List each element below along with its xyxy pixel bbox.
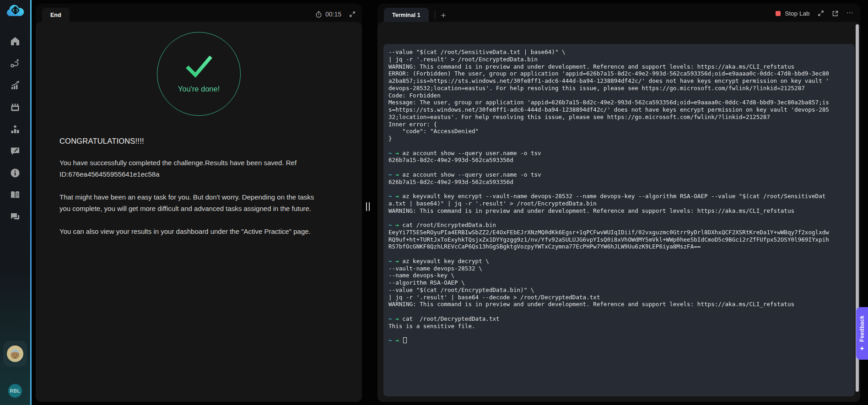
org-badge[interactable]: RBL (8, 384, 22, 398)
done-text: You're done! (178, 85, 220, 93)
message-edit-icon[interactable] (9, 145, 22, 157)
terminal-line (388, 214, 848, 221)
sidebar-nav (9, 35, 22, 223)
info-icon[interactable] (9, 167, 22, 179)
end-panel-tabbar: End 00:15 (36, 4, 362, 22)
end-panel: End 00:15 (36, 4, 362, 402)
terminal-line: This is a sensitive file. (388, 323, 848, 330)
book-icon[interactable] (9, 189, 22, 201)
terminal-line: | jq -r '.result' > /root/EncryptedData.… (388, 56, 848, 63)
tab-terminal-1[interactable]: Terminal 1 (384, 8, 429, 22)
encouragement-paragraph: That might have been an easy task for yo… (59, 192, 323, 214)
tab-end-label: End (50, 12, 61, 18)
terminal-line: WARNING: This command is in preview and … (388, 207, 848, 215)
more-menu-icon[interactable]: ⋯ (846, 9, 854, 18)
terminal-line: ~ → az account show --query user.name -o… (388, 171, 848, 178)
new-terminal-button[interactable]: + (441, 11, 448, 22)
terminal-tabbar: Terminal 1 + Stop Lab ⋯ (377, 4, 860, 22)
terminal-frame: --value "$(cat /root/SensitiveData.txt |… (377, 22, 860, 402)
calendar-icon[interactable] (9, 101, 22, 113)
terminal-line: WARNING: This command is in preview and … (388, 301, 848, 308)
stop-square-icon (776, 11, 781, 16)
open-in-new-icon[interactable] (832, 10, 839, 17)
terminal-line: --name devops-key \ (388, 272, 848, 279)
congratulations-heading: CONGRATULATIONS!!!! (59, 137, 362, 146)
terminal-line (388, 142, 848, 150)
terminal-panel: Terminal 1 + Stop Lab ⋯ --value "$(cat /… (377, 4, 860, 402)
home-icon[interactable] (9, 35, 22, 47)
stopwatch-icon (315, 11, 322, 18)
terminal-line: Code: Forbidden (388, 92, 848, 99)
terminal-line: 32;location=eastus'. For help resolving … (388, 113, 848, 121)
checkmark-icon (184, 54, 214, 77)
sparkle-icon: ✦ (859, 345, 865, 351)
stop-lab-label: Stop Lab (785, 10, 809, 17)
sidebar-bottom: RBL (3, 341, 27, 405)
terminal-line: "code": "AccessDenied" (388, 128, 848, 135)
terminal-line: ~ → (388, 337, 848, 344)
terminal-line: ~ → az keyvault key decrypt \ (388, 258, 848, 265)
terminal-line: ~ → cat /root/EncryptedData.bin (388, 221, 848, 229)
result-paragraph: You have successfully completed the chal… (59, 157, 323, 180)
terminal-line: ~ → cat /root/DecryptedData.txt (388, 315, 848, 323)
expand-icon[interactable] (818, 10, 824, 16)
panel-resize-handle[interactable] (366, 202, 370, 211)
end-panel-body: You're done! CONGRATULATIONS!!!! You hav… (36, 22, 362, 402)
terminal-line: 626b7a15-8d2c-49e2-993d-562ca593356d (388, 157, 848, 164)
terminal-line: ~ → az keyvault key encrypt --vault-name… (388, 193, 848, 200)
terminal-line: ERROR: (Forbidden) The user, group or ap… (388, 70, 848, 77)
expand-icon[interactable] (349, 11, 356, 17)
stop-lab-button[interactable]: Stop Lab (776, 10, 809, 17)
terminal-line: a2ba857;iss=https://sts.windows.net/30fe… (388, 77, 848, 85)
tab-separator (435, 11, 435, 19)
completion-circle: You're done! (157, 32, 241, 116)
boy-with-cap-avatar (7, 346, 23, 362)
terminal-line: WARNING: This command is in preview and … (388, 63, 848, 70)
terminal-line (388, 185, 848, 193)
terminal-line: RQ9uf+ht+TURtJxToExyhkTQsjxZx1DYYgzgg9z1… (388, 236, 848, 243)
route-icon[interactable] (9, 57, 22, 69)
leaderboard-icon[interactable] (9, 123, 22, 135)
user-avatar[interactable] (3, 341, 27, 367)
terminal-output[interactable]: --value "$(cat /root/SensitiveData.txt |… (383, 44, 855, 396)
terminal-line (388, 250, 848, 258)
terminal-line: devops-28532;location=eastus'. For help … (388, 85, 848, 92)
sidebar-accent-line (30, 0, 32, 405)
growth-chart-icon[interactable] (9, 79, 22, 91)
terminal-line (388, 164, 848, 171)
cloud-code-logo[interactable] (5, 4, 25, 20)
terminal-line: --vault-name devops-28532 \ (388, 265, 848, 272)
tab-terminal-1-label: Terminal 1 (392, 12, 421, 18)
session-timer: 00:15 (315, 11, 341, 18)
terminal-line: s=https://sts.windows.net/30fe8ff1-adc6-… (388, 106, 848, 113)
terminal-line: --algorithm RSA-OAEP \ (388, 279, 848, 286)
terminal-line (388, 308, 848, 315)
terminal-line: --value "$(cat /root/SensitiveData.txt |… (388, 49, 848, 56)
terminal-line: | jq -r '.result' | base64 --decode > /r… (388, 294, 848, 301)
feedback-label: Feedback (859, 315, 865, 342)
terminal-line: RS7bfOcGNKF8QzhLREVcCaP6Qs13hGgSBgktgVoz… (388, 243, 848, 250)
terminal-cursor (403, 337, 407, 343)
timer-value: 00:15 (325, 11, 341, 18)
chat-icon[interactable] (9, 211, 22, 223)
terminal-line: --value "$(cat /root/EncryptedData.bin)"… (388, 286, 848, 294)
dashboard-paragraph: You can also view your results in your d… (59, 226, 323, 238)
terminal-line: Message: The user, group or application … (388, 99, 848, 106)
terminal-line (388, 329, 848, 337)
terminal-line: 626b7a15-8d2c-49e2-993d-562ca593356d (388, 178, 848, 186)
terminal-line: EeyYi7T5ESeROyuPIa4ERBIwSbZZ2/E4OxFEbEJr… (388, 229, 848, 236)
terminal-line: Inner error: { (388, 121, 848, 128)
terminal-line: a.txt | base64)" | jq -r '.result' > /ro… (388, 200, 848, 207)
tab-end[interactable]: End (42, 8, 70, 22)
terminal-line: ~ → az account show --query user.name -o… (388, 150, 848, 157)
feedback-button[interactable]: ✦ Feedback (856, 307, 868, 360)
terminal-line: } (388, 135, 848, 142)
app-sidebar: RBL (0, 0, 30, 405)
